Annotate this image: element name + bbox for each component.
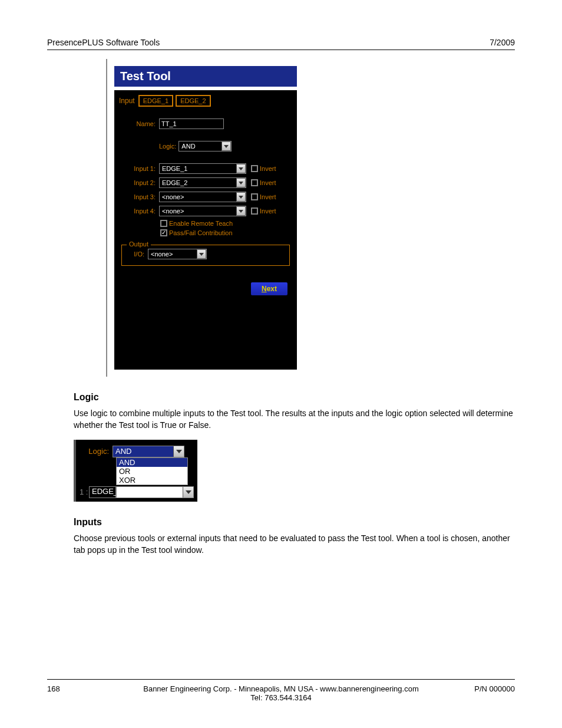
main-content: Test Tool Input EDGE_1 EDGE_2 Name: Logi…	[74, 59, 515, 564]
logic-text: Use logic to combine multiple inputs to …	[74, 407, 515, 431]
input4-invert-checkbox[interactable]	[251, 207, 258, 215]
logic-figure-row1: Logic: AND	[80, 446, 194, 457]
passfail-checkbox[interactable]	[160, 229, 167, 236]
page-header: PresencePLUS Software Tools 7/2009	[47, 38, 515, 50]
logic-label: Logic:	[159, 143, 176, 150]
logic-figure-select[interactable]: AND	[113, 446, 184, 457]
logic-select-value: AND	[179, 143, 222, 150]
tab-group-label: Input	[119, 97, 135, 105]
footer-page-number: 168	[47, 684, 118, 693]
footer-line1: Banner Engineering Corp. - Minneapolis, …	[118, 684, 444, 693]
input2-select[interactable]: EDGE_2	[159, 177, 246, 188]
io-label: I/O:	[125, 251, 148, 258]
footer-center: Banner Engineering Corp. - Minneapolis, …	[118, 684, 444, 702]
input2-value: EDGE_2	[160, 179, 236, 186]
chevron-down-icon	[173, 446, 184, 457]
logic-figure-row2-text: EDGE_	[89, 486, 116, 498]
input1-select[interactable]: EDGE_1	[159, 163, 246, 174]
logic-row: Logic: AND	[159, 141, 292, 151]
logic-dropdown-figure: Logic: AND AND OR XOR 1 : EDGE_	[74, 440, 197, 502]
page-footer: 168 Banner Engineering Corp. - Minneapol…	[47, 679, 515, 702]
next-row: Next	[119, 268, 292, 361]
logic-heading: Logic	[74, 392, 515, 403]
chevron-down-icon	[236, 206, 246, 216]
header-left: PresencePLUS Software Tools	[47, 38, 160, 47]
logic-option-or[interactable]: OR	[117, 467, 187, 476]
input1-invert-label: Invert	[260, 165, 276, 172]
chevron-down-icon	[183, 487, 193, 498]
input3-row: Input 3: <none> Invert	[119, 190, 292, 203]
next-rest: ext	[267, 285, 277, 293]
logic-figure-row2-select[interactable]	[116, 486, 194, 498]
logic-option-and[interactable]: AND	[117, 458, 187, 467]
input2-label: Input 2:	[119, 179, 159, 186]
input4-row: Input 4: <none> Invert	[119, 205, 292, 218]
output-legend: Output	[127, 241, 151, 248]
next-underline: N	[262, 285, 267, 293]
chevron-down-icon	[236, 192, 246, 202]
input4-invert-label: Invert	[260, 207, 276, 215]
input2-invert-checkbox[interactable]	[251, 179, 258, 186]
input4-select[interactable]: <none>	[159, 206, 246, 216]
input1-label: Input 1:	[119, 165, 159, 172]
chevron-down-icon	[222, 141, 231, 151]
io-value: <none>	[148, 251, 197, 258]
input4-value: <none>	[160, 207, 236, 215]
input3-label: Input 3:	[119, 193, 159, 200]
tab-edge-2[interactable]: EDGE_2	[176, 95, 210, 107]
inputs-text: Choose previous tools or external inputs…	[74, 532, 515, 556]
input3-invert-label: Invert	[260, 193, 276, 200]
chevron-down-icon	[236, 178, 246, 187]
logic-figure-value: AND	[113, 446, 173, 457]
panel-body: Input EDGE_1 EDGE_2 Name: Logic: AND Inp…	[114, 90, 297, 370]
enable-remote-teach-label: Enable Remote Teach	[169, 220, 233, 227]
chevron-down-icon	[236, 164, 246, 173]
logic-select[interactable]: AND	[178, 141, 232, 151]
name-input[interactable]	[159, 118, 224, 129]
input1-invert-checkbox[interactable]	[251, 165, 258, 172]
next-button[interactable]: Next	[250, 281, 289, 297]
input3-value: <none>	[160, 193, 236, 200]
logic-figure-row2-idx: 1 :	[80, 487, 89, 496]
input3-select[interactable]: <none>	[159, 192, 246, 202]
enable-remote-teach-checkbox[interactable]	[160, 220, 167, 227]
logic-figure-row2: 1 : EDGE_	[80, 486, 194, 498]
enable-remote-teach-row: Enable Remote Teach	[160, 220, 292, 227]
name-row: Name:	[119, 117, 292, 130]
input2-row: Input 2: EDGE_2 Invert	[119, 176, 292, 189]
inputs-heading: Inputs	[74, 517, 515, 528]
input4-label: Input 4:	[119, 207, 159, 215]
panel-title: Test Tool	[114, 66, 297, 87]
io-select[interactable]: <none>	[148, 249, 207, 259]
input3-invert-checkbox[interactable]	[251, 193, 258, 200]
tab-edge-1[interactable]: EDGE_1	[138, 95, 173, 107]
footer-part-number: P/N 000000	[444, 684, 515, 693]
input1-row: Input 1: EDGE_1 Invert	[119, 162, 292, 175]
input2-invert-label: Invert	[260, 179, 276, 186]
logic-figure-options: AND OR XOR	[116, 457, 188, 485]
logic-option-xor[interactable]: XOR	[117, 476, 187, 485]
passfail-label: Pass/Fail Contribution	[169, 229, 233, 236]
footer-line2: Tel: 763.544.3164	[118, 693, 444, 702]
passfail-row: Pass/Fail Contribution	[160, 229, 292, 236]
test-tool-panel: Test Tool Input EDGE_1 EDGE_2 Name: Logi…	[106, 59, 318, 377]
output-fieldset: Output I/O: <none>	[121, 245, 290, 266]
tab-row: Input EDGE_1 EDGE_2	[119, 95, 292, 107]
io-row: I/O: <none>	[125, 249, 286, 259]
chevron-down-icon	[197, 249, 206, 259]
input1-value: EDGE_1	[160, 165, 236, 172]
logic-figure-label: Logic:	[80, 447, 113, 456]
header-right: 7/2009	[490, 38, 515, 47]
name-label: Name:	[119, 120, 159, 127]
